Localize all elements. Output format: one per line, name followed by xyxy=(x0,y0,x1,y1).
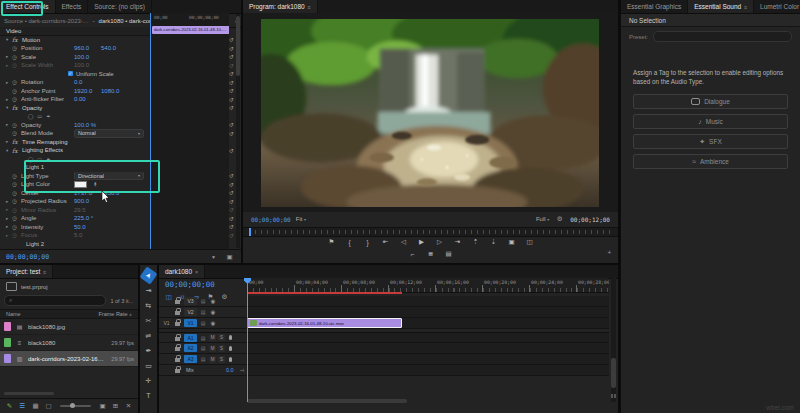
razor-tool[interactable]: ✂ xyxy=(142,314,155,327)
stopwatch-icon[interactable]: ◷ xyxy=(12,224,21,230)
blend-mode-dropdown[interactable]: Normal▾ xyxy=(74,129,144,138)
stopwatch-icon[interactable]: ◷ xyxy=(12,181,21,187)
mute-button[interactable]: M xyxy=(209,334,216,341)
track-lane-a1[interactable] xyxy=(247,333,609,342)
mute-button[interactable]: M xyxy=(209,356,216,363)
program-video-frame[interactable] xyxy=(261,19,599,207)
effect-controls-scrollbar[interactable] xyxy=(236,14,240,248)
zoom-slider[interactable] xyxy=(60,405,91,407)
fit-icon[interactable]: ⊣ xyxy=(240,367,244,373)
timeline-playhead[interactable] xyxy=(247,278,248,402)
param-value[interactable]: 29.5 xyxy=(74,207,98,213)
reset-parameter-icon[interactable]: ↺ xyxy=(229,172,234,179)
step-forward-button[interactable]: ▷ xyxy=(433,237,447,247)
param-value[interactable]: 900.0 xyxy=(74,198,98,204)
icon-view-button[interactable]: ▦ xyxy=(30,402,41,411)
panel-menu-icon[interactable]: ≡ xyxy=(308,4,311,10)
project-hscrollbar[interactable] xyxy=(4,392,54,395)
search-input[interactable]: ⌕ xyxy=(4,295,106,306)
param-value[interactable]: 5.0 xyxy=(74,232,98,238)
list-view-button[interactable]: ☰ xyxy=(17,402,28,411)
stopwatch-icon[interactable]: ◷ xyxy=(12,88,21,94)
slip-tool[interactable]: ⇌ xyxy=(142,329,155,342)
tab-essential-sound[interactable]: Essential Sound ≡ xyxy=(688,0,754,13)
stopwatch-icon[interactable]: ◷ xyxy=(12,173,21,179)
track-target-v2[interactable]: V2 xyxy=(184,308,197,316)
sfx-button[interactable]: ✦SFX xyxy=(633,134,788,149)
light-group-label[interactable]: Light 1 xyxy=(26,164,44,170)
effect-controls-timecode[interactable]: 00;00;00;00 xyxy=(6,253,49,261)
tab-program-monitor[interactable]: Program: dark1080 ≡ xyxy=(243,0,318,13)
timeline-hscrollbar[interactable] xyxy=(247,399,407,403)
extract-button[interactable]: ⇣ xyxy=(487,237,501,247)
stopwatch-icon[interactable]: ◷ xyxy=(12,96,21,102)
timeline-ruler[interactable]: 00;0000;00;04;0000;00;08;0000;00;12;0000… xyxy=(247,278,609,293)
selection-tool[interactable]: ➤ xyxy=(139,266,157,284)
lock-icon[interactable] xyxy=(175,347,180,351)
step-back-button[interactable]: ◁ xyxy=(397,237,411,247)
lock-icon[interactable] xyxy=(175,300,180,304)
param-label[interactable]: Opacity xyxy=(21,122,74,128)
lock-icon[interactable] xyxy=(175,311,180,315)
new-bin-button[interactable]: ▣ xyxy=(97,402,108,411)
track-lane-a2[interactable] xyxy=(247,343,609,353)
param-value[interactable]: 1737.0 xyxy=(74,190,98,196)
lift-button[interactable]: ⇡ xyxy=(469,237,483,247)
music-button[interactable]: ♪Music xyxy=(633,114,788,129)
mark-in-button[interactable]: { xyxy=(343,237,357,247)
mask-ellipse-icon[interactable]: ◯ xyxy=(26,112,35,121)
ripple-edit-tool[interactable]: ⇆ xyxy=(142,299,155,312)
stopwatch-icon[interactable]: ◷ xyxy=(12,122,21,128)
freeform-view-button[interactable]: ▢ xyxy=(43,402,54,411)
stopwatch-icon[interactable]: ◷ xyxy=(12,54,21,60)
track-select-forward-tool[interactable]: ⇥ xyxy=(142,284,155,297)
add-marker-button[interactable]: ⚑ xyxy=(325,237,339,247)
reset-parameter-icon[interactable]: ↺ xyxy=(229,206,234,213)
sync-lock-icon[interactable]: ▤ xyxy=(199,345,207,351)
reset-parameter-icon[interactable]: ↺ xyxy=(229,70,234,77)
param-label[interactable]: Blend Mode xyxy=(21,130,74,136)
mask-pen-icon[interactable]: ✒ xyxy=(44,112,53,121)
eyedropper-icon[interactable]: ✒ xyxy=(92,182,99,187)
reset-parameter-icon[interactable]: ↺ xyxy=(229,189,234,196)
go-to-in-button[interactable]: ⇤ xyxy=(379,237,393,247)
param-label[interactable]: Angle xyxy=(21,215,74,221)
preset-dropdown[interactable] xyxy=(653,31,792,42)
track-target-v1[interactable]: V1 xyxy=(184,319,197,327)
export-frame-button[interactable]: ▣ xyxy=(505,237,519,247)
param-label[interactable]: Rotation xyxy=(21,79,74,85)
tab-effects[interactable]: Effects xyxy=(56,0,89,13)
stopwatch-icon[interactable]: ◷ xyxy=(12,232,21,238)
reset-parameter-icon[interactable]: ↺ xyxy=(229,79,234,86)
stopwatch-icon[interactable]: ◷ xyxy=(12,130,21,136)
stopwatch-icon[interactable]: ◷ xyxy=(12,198,21,204)
close-icon[interactable]: × xyxy=(195,269,198,275)
light-group-label[interactable]: Light 2 xyxy=(26,241,44,247)
mix-level-value[interactable]: 0.0 xyxy=(226,367,234,373)
reset-parameter-icon[interactable]: ↺ xyxy=(229,36,234,43)
reset-parameter-icon[interactable]: ↺ xyxy=(229,121,234,128)
reset-parameter-icon[interactable]: ↺ xyxy=(229,96,234,103)
stopwatch-icon[interactable]: ◷ xyxy=(12,215,21,221)
param-value[interactable]: 100.0 xyxy=(74,54,98,60)
timeline-timecode[interactable]: 00;00;00;00 xyxy=(165,280,215,289)
sync-lock-icon[interactable]: ▤ xyxy=(199,309,207,315)
reset-parameter-icon[interactable]: ↺ xyxy=(229,147,234,154)
go-to-out-button[interactable]: ⇥ xyxy=(451,237,465,247)
label-color-swatch[interactable] xyxy=(4,354,11,363)
mic-icon[interactable] xyxy=(229,335,232,340)
effect-name[interactable]: Lighting Effects xyxy=(22,147,63,153)
program-current-timecode[interactable]: 00;00;00;00 xyxy=(251,216,291,223)
sync-lock-icon[interactable]: ▤ xyxy=(199,320,207,326)
reset-parameter-icon[interactable]: ↺ xyxy=(229,87,234,94)
timeline-vscrollbar[interactable] xyxy=(611,278,616,402)
lock-icon[interactable] xyxy=(175,322,180,326)
project-item-image[interactable]: ▤black1080.jpg xyxy=(0,319,138,335)
effect-name[interactable]: Motion xyxy=(22,37,40,43)
captions-display-button[interactable]: ≣ xyxy=(424,249,438,259)
track-target-a3[interactable]: A3 xyxy=(184,355,197,363)
item-name[interactable]: dark-corridors-2023-02-16… xyxy=(28,356,107,362)
param-value[interactable]: 100.0 % xyxy=(74,122,98,128)
track-lane-v1[interactable]: dark-corridors-2023-02-16-01-48-10-utc.m… xyxy=(247,318,609,328)
timeline-clip[interactable]: dark-corridors-2023-02-16-01-48-10-utc.m… xyxy=(247,318,402,328)
